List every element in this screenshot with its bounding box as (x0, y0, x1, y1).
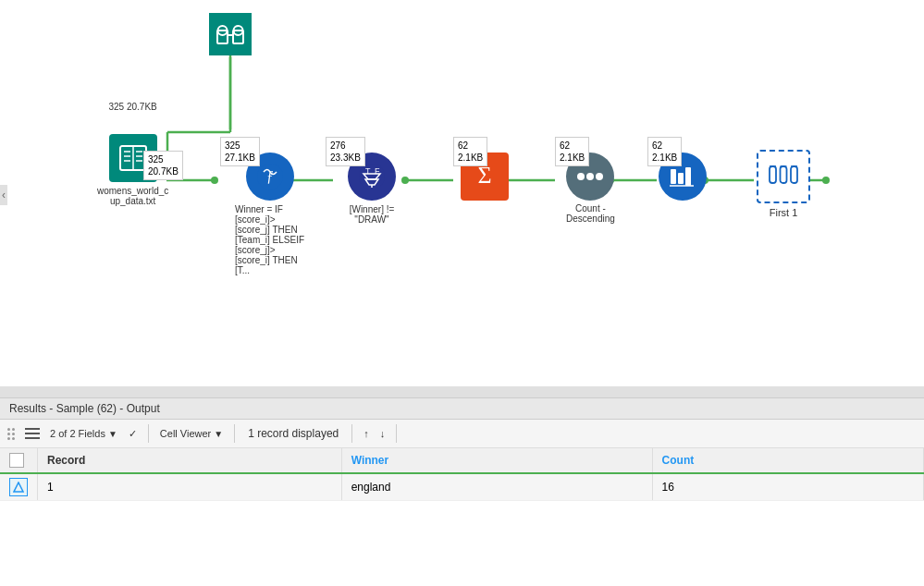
down-arrow-icon: ↓ (380, 428, 386, 439)
sample-output-badge: 622.1KB (647, 137, 682, 166)
svg-point-6 (401, 177, 409, 184)
browse-node[interactable]: First 1 (757, 150, 810, 218)
check-button[interactable]: ✓ (125, 426, 141, 442)
toolbar-divider-1 (148, 424, 149, 443)
input-output-badge: 32520.7KB (143, 151, 183, 180)
cell-winner: england (341, 473, 652, 501)
browse-icon-box (757, 150, 810, 203)
results-header-text: Results - Sample (62) - Output (9, 402, 160, 415)
results-toolbar: 2 of 2 Fields ▼ ✓ Cell Viewer ▼ 1 record… (0, 420, 924, 448)
col-header-count: Count (652, 448, 923, 473)
svg-marker-56 (14, 482, 23, 492)
summarize-output-badge: 622.1KB (453, 137, 487, 166)
svg-point-41 (586, 173, 594, 180)
horizontal-scrollbar[interactable] (0, 386, 924, 397)
svg-point-40 (577, 173, 585, 180)
up-arrow-icon: ↑ (363, 428, 369, 439)
record-count-label: 1 record displayed (248, 427, 339, 440)
results-header: Results - Sample (62) - Output (0, 398, 924, 420)
filter-label: [Winner] !="DRAW" (350, 204, 395, 225)
drag-handle[interactable] (7, 428, 15, 440)
cell-record: 1 (38, 473, 342, 501)
browse-label: First 1 (770, 207, 798, 218)
browse-top-node[interactable] (209, 13, 252, 55)
col-header-record: Record (38, 448, 342, 473)
toolbar-divider-2 (234, 424, 235, 443)
bottom-panel: Results - Sample (62) - Output (0, 397, 924, 501)
svg-point-2 (211, 177, 218, 184)
svg-rect-47 (770, 166, 776, 183)
filter-output-badge: 27623.3KB (326, 137, 365, 166)
scroll-left-indicator[interactable]: ‹ (0, 185, 7, 205)
table-row: 1 england 16 (0, 473, 924, 501)
workflow-canvas: 325 20.7KB womens_world_cup_data.txt 325… (0, 0, 924, 397)
col-header-winner: Winner (341, 448, 652, 473)
fields-dropdown-chevron: ▼ (108, 429, 117, 439)
input-label: womens_world_cup_data.txt (97, 186, 168, 206)
formula-node[interactable]: ƒ Winner = IF[score_i]>[score_j] THEN[Te… (235, 153, 304, 275)
svg-point-14 (822, 177, 830, 184)
svg-text:ƒ: ƒ (266, 168, 274, 184)
svg-rect-49 (791, 166, 797, 183)
svg-rect-48 (781, 166, 787, 183)
row-selector-cell[interactable] (0, 473, 38, 501)
svg-rect-45 (685, 167, 691, 186)
cell-count: 16 (652, 473, 923, 501)
select-all-checkbox[interactable] (9, 453, 24, 468)
svg-point-42 (596, 173, 603, 180)
svg-rect-44 (678, 173, 684, 184)
scroll-up-button[interactable]: ↑ (360, 426, 373, 441)
browse-top-icon (209, 13, 252, 55)
fields-selector-button[interactable]: 2 of 2 Fields ▼ (46, 426, 121, 441)
row-selector-icon[interactable] (9, 478, 28, 496)
cell-viewer-chevron: ▼ (214, 429, 223, 439)
fields-selector-label: 2 of 2 Fields (50, 428, 105, 439)
scroll-down-button[interactable]: ↓ (376, 426, 389, 441)
toolbar-divider-4 (396, 424, 397, 443)
col-header-icon (0, 448, 38, 473)
cell-viewer-label: Cell Viewer (160, 428, 211, 439)
results-table: Record Winner Count 1 (0, 448, 924, 501)
input-badge: 325 20.7KB (108, 102, 156, 112)
svg-rect-43 (671, 169, 676, 184)
toolbar-divider-3 (351, 424, 352, 443)
cell-viewer-button[interactable]: Cell Viewer ▼ (156, 426, 227, 441)
formula-label: Winner = IF[score_i]>[score_j] THEN[Team… (235, 204, 304, 275)
formula-output-badge: 32527.1KB (220, 137, 260, 166)
check-icon: ✓ (129, 428, 137, 440)
fields-icon (24, 426, 41, 441)
sort-label: Count -Descending (566, 203, 615, 224)
sort-output-badge: 622.1KB (555, 137, 589, 166)
